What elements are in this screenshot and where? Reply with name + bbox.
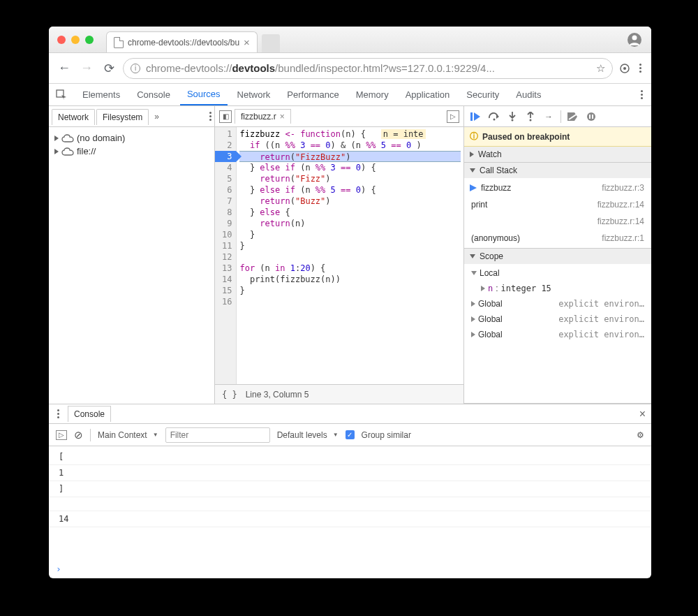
tree-item-file[interactable]: file:// [49,145,214,158]
close-drawer-icon[interactable]: × [639,408,646,420]
url-input[interactable]: i chrome-devtools://devtools/bundled/ins… [123,58,613,79]
console-row: 14 [49,511,651,527]
tab-application[interactable]: Application [399,85,457,105]
editor-status-bar: { } Line 3, Column 5 [215,384,463,404]
callstack-frame[interactable]: fizzbuzz.r:14 [464,213,651,230]
cloud-icon [61,134,74,142]
tree-label: file:// [77,146,96,156]
resume-icon[interactable] [470,110,482,123]
forward-button[interactable]: → [78,60,95,77]
svg-rect-4 [470,112,473,121]
console-settings-icon[interactable]: ⚙ [637,430,644,440]
section-title: Watch [478,149,502,159]
paused-message: Paused on breakpoint [482,132,570,142]
window-controls [49,36,94,44]
scope-row[interactable]: Globalexplicit environ… [464,327,651,342]
svg-point-6 [512,119,514,121]
drawer-menu-icon[interactable] [54,406,62,421]
scope-row[interactable]: n: integer 15 [464,281,651,296]
code-content[interactable]: fizzbuzz <- function(n) { n = inte if ((… [237,127,463,384]
callstack-frame[interactable]: printfizzbuzz.r:14 [464,196,651,213]
watch-header[interactable]: Watch [464,147,651,162]
drawer-tab-console[interactable]: Console [68,406,111,422]
toggle-navigator-icon[interactable]: ◧ [219,110,232,123]
scope-row[interactable]: Globalexplicit environ… [464,296,651,311]
group-similar-label: Group similar [362,430,411,440]
console-row: [ [49,449,651,465]
close-window-button[interactable] [57,36,66,44]
svg-point-0 [632,35,637,40]
step-out-icon[interactable] [524,110,537,123]
tab-network[interactable]: Network [230,85,278,105]
tree-item-nodomain[interactable]: (no domain) [49,131,214,145]
devtools-menu-icon[interactable] [638,87,646,102]
navigator-tab-filesystem[interactable]: Filesystem [96,109,149,125]
chevron-down-icon [470,168,475,173]
clear-console-icon[interactable]: ⊘ [74,429,83,441]
minimize-window-button[interactable] [71,36,80,44]
log-levels-selector[interactable]: Default levels [277,430,339,440]
tab-audits[interactable]: Audits [509,85,548,105]
scope-section: Scope Localn: integer 15Globalexplicit e… [464,249,651,404]
tab-memory[interactable]: Memory [349,85,396,105]
extension-icon[interactable] [618,62,631,75]
step-icon[interactable]: → [542,110,555,123]
callstack-frame[interactable]: (anonymous)fizzbuzz.r:1 [464,230,651,247]
tab-elements[interactable]: Elements [75,85,127,105]
step-over-icon[interactable] [488,110,500,123]
toggle-sidebar-icon[interactable]: ▷ [56,430,67,440]
pretty-print-icon[interactable]: { } [222,390,237,399]
file-icon [114,37,124,48]
navigator-pane: Network Filesystem » (no domain) file:// [49,106,215,404]
bookmark-star-icon[interactable]: ☆ [596,62,605,75]
scope-row[interactable]: Globalexplicit environ… [464,311,651,327]
address-bar: ← → ⟳ i chrome-devtools://devtools/bundl… [49,53,651,84]
tab-security[interactable]: Security [459,85,506,105]
chevron-down-icon [470,254,475,258]
scope-header[interactable]: Scope [464,249,651,264]
group-similar-checkbox[interactable]: ✓ [346,430,355,439]
tab-sources[interactable]: Sources [180,84,228,105]
watch-section: Watch [464,147,651,163]
reload-button[interactable]: ⟳ [101,60,117,77]
tab-performance[interactable]: Performance [280,85,346,105]
maximize-window-button[interactable] [85,36,94,44]
back-button[interactable]: ← [56,60,73,77]
url-text: chrome-devtools://devtools/bundled/inspe… [146,62,591,74]
line-gutter[interactable]: 12345678910111213141516 [215,127,237,384]
console-row: 1 [49,465,651,481]
profile-avatar-icon[interactable] [628,33,641,47]
navigator-menu-icon[interactable] [207,109,214,124]
callstack-header[interactable]: Call Stack [464,163,651,178]
pause-exceptions-icon[interactable] [585,110,597,123]
navigator-tab-network[interactable]: Network [52,109,95,125]
callstack-frame[interactable]: fizzbuzzfizzbuzz.r:3 [464,179,651,196]
browser-tab[interactable]: chrome-devtools://devtools/bu × [106,31,258,52]
scope-row[interactable]: Local [464,265,651,281]
console-output[interactable]: [1]14 [49,446,651,559]
svg-rect-11 [592,115,593,119]
close-tab-icon[interactable]: × [244,36,250,48]
browser-menu-icon[interactable] [637,61,644,75]
callstack-section: Call Stack fizzbuzzfizzbuzz.r:3printfizz… [464,163,651,249]
close-file-icon[interactable]: × [280,112,285,122]
svg-point-2 [623,67,626,70]
inspect-element-icon[interactable] [54,89,68,101]
debugger-toolbar: → [464,106,651,127]
console-prompt[interactable]: › [49,559,651,578]
section-title: Call Stack [480,166,517,175]
run-snippet-icon[interactable]: ▷ [447,110,459,123]
step-into-icon[interactable] [506,110,519,123]
site-info-icon[interactable]: i [131,64,140,73]
section-title: Scope [480,251,503,261]
code-editor[interactable]: 12345678910111213141516 fizzbuzz <- func… [215,127,463,384]
console-row: ] [49,481,651,497]
source-editor-pane: ◧ fizzbuzz.r × ▷ 12345678910111213141516… [215,106,464,404]
navigator-more-icon[interactable]: » [150,112,163,122]
deactivate-breakpoints-icon[interactable] [567,110,579,123]
source-file-tab[interactable]: fizzbuzz.r × [235,109,291,124]
new-tab-button[interactable] [262,34,280,52]
console-filter-input[interactable] [165,427,270,443]
context-selector[interactable]: Main Context [98,430,158,440]
tab-console[interactable]: Console [130,85,177,105]
